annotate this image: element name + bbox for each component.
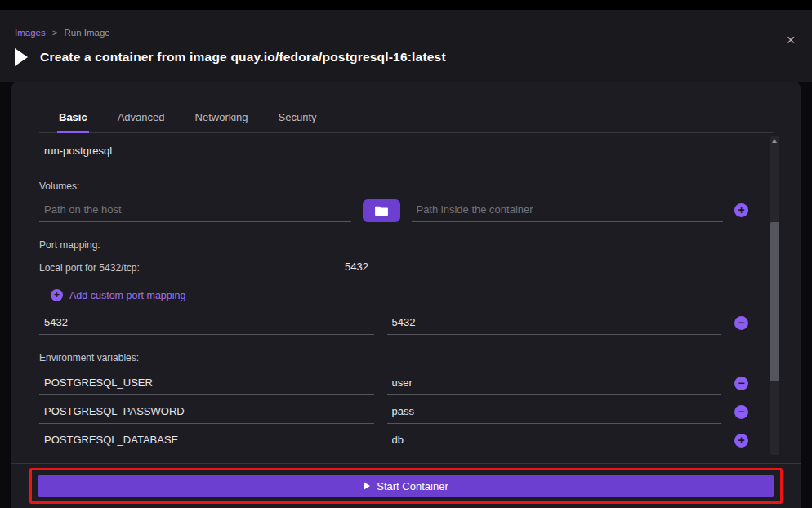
start-container-button[interactable]: Start Container [38,475,774,497]
title-row: Create a container from image quay.io/fe… [15,48,797,66]
remove-port-mapping-icon[interactable]: − [734,316,748,330]
env-value-input[interactable] [387,400,722,424]
custom-port-row: − [39,311,748,335]
form-scroll-area: Volumes: + Port mapping: Local port for … [11,133,801,464]
env-value-input[interactable] [387,429,722,452]
add-volume-icon[interactable]: + [734,203,748,217]
app-window: Images > Run Image ✕ Create a container … [0,0,812,508]
page-body: Basic Advanced Networking Security Volum… [0,82,812,508]
volume-row: + [39,198,748,222]
env-row: − [39,400,748,424]
env-vars-label: Environment variables: [39,352,748,363]
tab-basic[interactable]: Basic [57,111,89,133]
tab-security-label: Security [279,111,317,123]
page-title: Create a container from image quay.io/fe… [40,50,446,65]
local-port-label: Local port for 5432/tcp: [39,262,327,274]
local-port-input[interactable] [340,256,748,279]
custom-port-container-input[interactable] [387,311,722,335]
env-name-input[interactable] [39,372,374,395]
folder-icon [375,205,388,216]
tab-advanced-label: Advanced [118,111,165,123]
tab-networking-label: Networking [195,111,248,123]
remove-env-var-icon[interactable]: − [734,377,748,390]
env-value-input[interactable] [387,372,722,395]
add-custom-port-label: Add custom port mapping [69,290,185,301]
tab-security[interactable]: Security [277,111,319,133]
volumes-label: Volumes: [39,180,748,192]
port-mapping-label: Port mapping: [39,239,748,251]
env-name-input[interactable] [39,400,374,424]
volume-host-path-input[interactable] [39,198,351,222]
start-container-label: Start Container [377,480,448,492]
container-name-row [39,140,748,163]
play-icon [15,48,28,66]
titlebar [0,0,812,10]
tab-bar: Basic Advanced Networking Security [39,111,773,133]
scrollbar-thumb[interactable] [770,222,779,381]
close-icon[interactable]: ✕ [786,34,796,46]
container-name-input[interactable] [39,140,748,163]
custom-port-host-input[interactable] [39,311,374,335]
env-name-input[interactable] [39,429,374,452]
breadcrumb-current: Run Image [64,28,109,38]
tab-networking[interactable]: Networking [194,111,250,133]
volume-container-path-input[interactable] [412,198,724,222]
run-image-card: Basic Advanced Networking Security Volum… [11,82,801,508]
local-port-row: Local port for 5432/tcp: [39,256,748,279]
tab-basic-label: Basic [59,111,87,123]
breadcrumb-separator: > [52,28,58,38]
card-footer: Start Container [11,464,801,508]
remove-env-var-icon[interactable]: − [734,405,748,419]
tab-advanced[interactable]: Advanced [116,111,167,133]
breadcrumb-images-link[interactable]: Images [15,28,46,38]
add-env-var-icon[interactable]: + [734,434,748,448]
env-row: − [39,372,748,395]
scrollbar-track[interactable] [770,136,779,455]
play-icon [364,482,370,490]
breadcrumb: Images > Run Image [15,10,797,38]
highlight-annotation: Start Container [29,468,783,504]
scroll-up-icon[interactable] [772,139,777,143]
browse-folder-button[interactable] [363,199,400,222]
env-row: + [39,429,748,452]
add-port-icon: + [51,289,63,301]
add-custom-port-mapping[interactable]: + Add custom port mapping [51,289,185,301]
page-header: Images > Run Image ✕ Create a container … [0,10,812,82]
